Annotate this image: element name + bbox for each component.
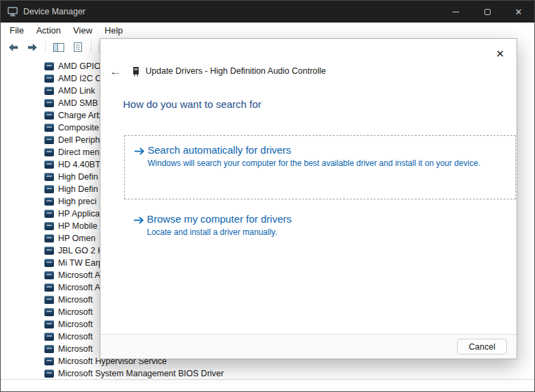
device-icon bbox=[44, 320, 54, 328]
option-title: Search automatically for drivers bbox=[148, 144, 480, 156]
menubar: File Action View Help bbox=[1, 23, 534, 38]
minimize-icon bbox=[452, 12, 459, 12]
dialog-header: ← Update Drivers - High Definition Audio… bbox=[109, 64, 489, 79]
device-icon bbox=[44, 259, 54, 267]
device-icon bbox=[44, 271, 54, 279]
device-icon bbox=[44, 74, 54, 83]
dialog-title: Update Drivers - High Definition Audio C… bbox=[146, 66, 326, 76]
device-icon bbox=[44, 185, 54, 193]
device-icon bbox=[44, 357, 54, 365]
tree-item-label: HD 4.40BT bbox=[58, 160, 100, 169]
window-title: Device Manager bbox=[23, 7, 85, 16]
forward-arrow-icon bbox=[27, 43, 38, 52]
tree-item-label: Dell Periph bbox=[58, 135, 100, 145]
toolbar-separator bbox=[45, 42, 46, 53]
close-button[interactable]: ✕ bbox=[503, 1, 534, 23]
tree-item-label: Charge Arb bbox=[58, 111, 101, 120]
device-icon bbox=[44, 62, 54, 70]
tree-item-label: High Defin bbox=[58, 172, 98, 182]
device-manager-icon bbox=[8, 7, 18, 16]
device-icon bbox=[44, 333, 54, 341]
horizontal-scrollbar-track[interactable] bbox=[1, 379, 534, 391]
tree-item-label: Microsoft bbox=[58, 307, 93, 317]
device-icon bbox=[44, 197, 54, 206]
option-focus-box: Search automatically for drivers Windows… bbox=[124, 135, 516, 199]
tree-item-label: HP Mobile bbox=[58, 221, 97, 231]
device-manager-window: Device Manager ✕ File Action View Help bbox=[0, 0, 535, 392]
device-icon bbox=[44, 99, 54, 107]
tree-item-label: Microsoft bbox=[58, 332, 93, 341]
dialog-heading: How do you want to search for bbox=[123, 98, 262, 110]
device-icon bbox=[44, 210, 54, 218]
device-icon bbox=[44, 369, 54, 378]
dialog-close-button[interactable]: ✕ bbox=[493, 46, 508, 61]
tree-item-label: AMD GPIO bbox=[58, 61, 101, 71]
menu-action[interactable]: Action bbox=[30, 24, 67, 37]
audio-device-icon bbox=[132, 66, 140, 76]
tree-item-label: Microsoft A bbox=[58, 283, 100, 292]
maximize-icon bbox=[484, 9, 491, 15]
tree-item-label: JBL GO 2 H bbox=[58, 246, 104, 255]
menu-view[interactable]: View bbox=[67, 24, 98, 37]
device-icon bbox=[44, 87, 54, 95]
tree-item-label: AMD Link bbox=[58, 86, 95, 96]
option-title: Browse my computer for drivers bbox=[147, 213, 292, 225]
toolbar-separator bbox=[91, 42, 92, 53]
device-icon bbox=[44, 296, 54, 304]
command-arrow-icon bbox=[134, 147, 145, 156]
device-icon bbox=[44, 283, 54, 292]
tree-item-label: High preci bbox=[58, 197, 96, 206]
command-arrow-icon bbox=[133, 216, 144, 225]
tree-item-label: HP Applica bbox=[58, 209, 100, 219]
device-icon bbox=[44, 345, 54, 353]
close-icon: ✕ bbox=[515, 8, 523, 16]
device-icon bbox=[44, 124, 54, 132]
tree-item-label: Microsoft bbox=[58, 295, 93, 305]
menu-help[interactable]: Help bbox=[98, 24, 129, 37]
tree-item-label: AMD SMB bbox=[58, 98, 98, 108]
device-icon bbox=[44, 222, 54, 230]
device-icon bbox=[44, 173, 54, 181]
tree-item-label: Direct men bbox=[58, 148, 99, 157]
titlebar: Device Manager ✕ bbox=[1, 1, 534, 23]
cancel-button[interactable]: Cancel bbox=[457, 339, 507, 354]
device-icon bbox=[44, 111, 54, 120]
console-tree-icon bbox=[53, 43, 64, 52]
device-icon bbox=[44, 308, 54, 316]
option-description: Locate and install a driver manually. bbox=[147, 227, 292, 238]
tree-item-label: Composite bbox=[58, 123, 99, 132]
show-console-tree-button[interactable] bbox=[51, 40, 67, 55]
dialog-back-button[interactable]: ← bbox=[109, 66, 122, 77]
properties-icon bbox=[73, 42, 83, 52]
tree-item-label: Mi TW Earp bbox=[58, 258, 103, 268]
forward-button[interactable] bbox=[24, 40, 40, 55]
properties-button[interactable] bbox=[70, 40, 86, 55]
back-button[interactable] bbox=[5, 40, 21, 55]
tree-item-label: Microsoft bbox=[58, 344, 93, 354]
option-description: Windows will search your computer for th… bbox=[148, 158, 480, 169]
browse-my-computer-option[interactable]: Browse my computer for drivers Locate an… bbox=[133, 213, 502, 238]
tree-item-label: AMD I2C C bbox=[58, 74, 101, 83]
back-arrow-icon bbox=[8, 43, 18, 52]
device-icon bbox=[44, 160, 54, 169]
device-icon bbox=[44, 136, 54, 144]
device-icon bbox=[44, 247, 54, 255]
tree-item-label: Microsoft bbox=[58, 320, 93, 329]
maximize-button[interactable] bbox=[471, 1, 503, 23]
tree-item-label: Microsoft A bbox=[58, 270, 100, 280]
search-automatically-option[interactable]: Search automatically for drivers Windows… bbox=[134, 144, 506, 169]
device-icon bbox=[44, 148, 54, 156]
device-icon bbox=[44, 234, 54, 242]
tree-item[interactable]: Microsoft System Management BIOS Driver bbox=[44, 367, 534, 379]
dialog-footer: Cancel bbox=[100, 334, 517, 359]
update-drivers-dialog: ✕ ← Update Drivers - High Definition Aud… bbox=[100, 38, 517, 359]
minimize-button[interactable] bbox=[440, 1, 471, 23]
tree-item-label: High Defin bbox=[58, 184, 98, 194]
tree-item-label: Microsoft System Management BIOS Driver bbox=[58, 369, 223, 378]
tree-item-label: HP Omen bbox=[58, 234, 96, 243]
menu-file[interactable]: File bbox=[3, 24, 30, 37]
